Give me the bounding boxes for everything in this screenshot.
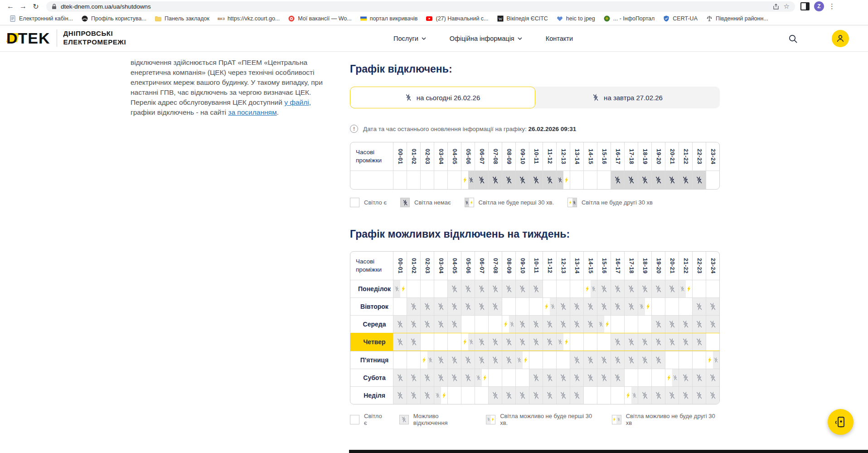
schedule-cell bbox=[515, 333, 529, 351]
power-off-bolt-icon bbox=[655, 284, 662, 293]
power-off-bolt-icon bbox=[519, 391, 526, 400]
schedule-cell bbox=[502, 351, 515, 369]
outage-cell-fill bbox=[407, 387, 420, 404]
schedule-cell bbox=[488, 298, 502, 315]
bookmark-item[interactable]: портал викривачів bbox=[356, 14, 422, 23]
power-off-bolt-icon bbox=[410, 391, 417, 400]
power-off-bolt-icon bbox=[519, 337, 526, 346]
schedule-cell bbox=[515, 369, 529, 386]
power-off-bolt-icon bbox=[628, 284, 635, 293]
half-outage-cell-fill bbox=[475, 369, 488, 386]
power-off-bolt-icon bbox=[560, 391, 567, 400]
day-label: Субота bbox=[350, 369, 393, 386]
nav-item[interactable]: Контакти bbox=[546, 35, 573, 42]
half-outage-cell-fill bbox=[665, 369, 679, 386]
schedule-cell bbox=[624, 387, 638, 404]
schedule-cell bbox=[611, 316, 624, 333]
dtek-logo-mark: DTEK bbox=[6, 30, 50, 46]
chat-button[interactable] bbox=[828, 409, 853, 435]
schedule-cell bbox=[502, 333, 515, 351]
power-off-bolt-icon bbox=[465, 284, 471, 293]
tab-today[interactable]: на сьогодні 26.02.26 bbox=[350, 87, 535, 108]
outage-cell-fill bbox=[693, 387, 706, 404]
main-nav: ПослугиОфіційна інформаціяКонтакти bbox=[393, 26, 573, 51]
schedule-cell bbox=[529, 387, 543, 404]
reload-button[interactable]: ↻ bbox=[30, 1, 42, 12]
bookmark-item[interactable]: WВікіпедія ЄСІТС bbox=[493, 14, 552, 23]
account-button[interactable] bbox=[832, 30, 849, 47]
bookmark-item[interactable]: Південний районн... bbox=[702, 14, 772, 23]
bookmark-item[interactable]: Панель закладок bbox=[151, 14, 213, 23]
side-panel-icon[interactable] bbox=[800, 2, 810, 10]
power-off-bolt-icon bbox=[669, 391, 675, 400]
browser-menu-icon[interactable]: ⋮ bbox=[829, 2, 835, 10]
outage-cell-fill bbox=[543, 387, 556, 404]
outage-cell-fill bbox=[570, 387, 583, 404]
schedule-cell bbox=[556, 333, 570, 351]
schedule-cell bbox=[407, 333, 420, 351]
time-header-row: Часовіпроміжки00-0101-0202-0303-0404-050… bbox=[350, 252, 719, 280]
bookmark-item[interactable]: Електронний кабін... bbox=[5, 14, 77, 23]
search-icon[interactable] bbox=[786, 32, 799, 45]
schedule-table-week: Часовіпроміжки00-0101-0202-0303-0404-050… bbox=[350, 251, 720, 404]
update-timestamp: 26.02.2026 09:31 bbox=[529, 126, 577, 132]
schedule-cell bbox=[393, 333, 407, 351]
time-label: Часовіпроміжки bbox=[350, 252, 393, 280]
bookmark-item[interactable]: heic to jpeg bbox=[553, 14, 599, 23]
outage-cell-fill bbox=[679, 316, 692, 333]
bookmark-item[interactable]: CERT-UA bbox=[659, 14, 701, 23]
profile-avatar[interactable]: Z bbox=[814, 1, 824, 11]
external-link[interactable]: за посиланням bbox=[228, 108, 276, 116]
outage-cell-fill bbox=[543, 333, 556, 351]
file-link[interactable]: у файлі bbox=[284, 98, 309, 106]
time-slot-cell: 20-21 bbox=[665, 252, 679, 280]
time-slot-cell: 03-04 bbox=[434, 142, 447, 170]
outage-cell-fill bbox=[475, 171, 488, 189]
bookmark-item[interactable]: Мої вакансії — Wo... bbox=[284, 14, 355, 23]
schedule-cell bbox=[611, 333, 624, 351]
schedule-cell bbox=[407, 298, 420, 315]
nav-item[interactable]: Послуги bbox=[393, 35, 426, 42]
bookmark-item[interactable]: (27) Навчальний с... bbox=[422, 14, 492, 23]
power-off-bolt-icon bbox=[437, 320, 444, 329]
time-slot-cell: 09-10 bbox=[515, 252, 529, 280]
power-off-bolt-icon bbox=[465, 373, 471, 382]
nav-label: Контакти bbox=[546, 35, 573, 42]
power-off-bolt-icon bbox=[492, 391, 499, 400]
schedule-cell bbox=[611, 280, 624, 297]
back-button[interactable]: ← bbox=[5, 1, 16, 12]
schedule-cell bbox=[570, 298, 583, 315]
outage-cell-fill bbox=[597, 351, 611, 369]
schedule-cell bbox=[583, 298, 597, 315]
nav-item[interactable]: Офіційна інформація bbox=[450, 35, 522, 42]
half-outage-cell-fill bbox=[393, 280, 407, 297]
day-label: П'ятниця bbox=[350, 351, 393, 369]
outage-cell-fill bbox=[393, 316, 407, 333]
schedule-cell bbox=[393, 351, 407, 369]
power-off-bolt-icon bbox=[696, 391, 703, 400]
schedule-cell bbox=[583, 280, 597, 297]
dtek-logo[interactable]: DTEK ДНІПРОВСЬКІ ЕЛЕКТРОМЕРЕЖІ bbox=[6, 29, 126, 47]
half-outage-cell-fill bbox=[584, 280, 597, 297]
bookmark-item[interactable]: ... - ІнфоПортал bbox=[600, 14, 659, 23]
share-icon[interactable] bbox=[772, 3, 780, 10]
address-bar[interactable]: dtek-dnem.com.ua/ua/shutdowns ☆ bbox=[46, 1, 795, 12]
time-slot-cell: 00-01 bbox=[393, 142, 407, 170]
outage-cell-fill bbox=[434, 369, 447, 386]
schedule-cell bbox=[611, 387, 624, 404]
power-off-bolt-icon bbox=[573, 391, 580, 400]
time-slot-cell: 17-18 bbox=[624, 142, 638, 170]
schedule-cell bbox=[692, 298, 706, 315]
schedule-cell bbox=[597, 298, 611, 315]
schedule-cell bbox=[543, 171, 556, 189]
tab-tomorrow[interactable]: на завтра 27.02.26 bbox=[535, 87, 720, 108]
bookmark-item[interactable]: ВКЗhttps://vkz.court.go... bbox=[214, 14, 283, 23]
bookmark-item[interactable]: Профіль користува... bbox=[78, 14, 150, 23]
power-off-bolt-icon bbox=[655, 356, 662, 365]
half-outage-cell-fill bbox=[679, 280, 692, 297]
schedule-cell bbox=[434, 351, 447, 369]
schedule-cell bbox=[515, 387, 529, 404]
bookmark-star-icon[interactable]: ☆ bbox=[784, 2, 790, 10]
forward-button[interactable]: → bbox=[17, 1, 29, 12]
power-off-bolt-icon bbox=[669, 175, 675, 185]
